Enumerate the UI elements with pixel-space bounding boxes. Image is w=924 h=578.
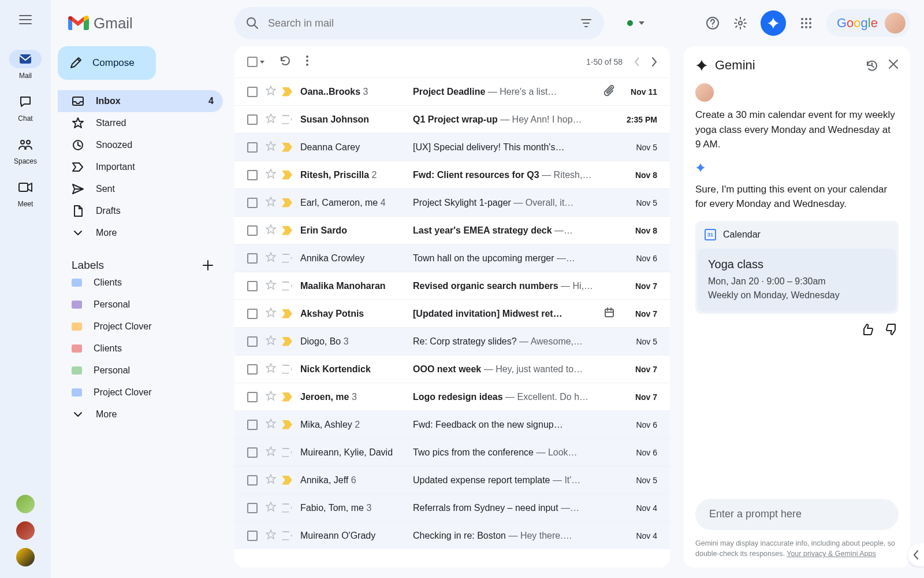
rail-app-meet[interactable]: Meet <box>9 178 42 208</box>
nav-more[interactable]: More <box>58 222 223 244</box>
nav-important[interactable]: Important <box>58 156 223 178</box>
status-indicator[interactable] <box>627 20 633 26</box>
star-icon[interactable] <box>266 113 276 126</box>
row-checkbox[interactable] <box>247 170 258 180</box>
mail-row[interactable]: Mika, Ashley 2Fwd: Feedback on the new s… <box>234 410 670 438</box>
label-item[interactable]: Clients <box>58 272 223 294</box>
row-checkbox[interactable] <box>247 253 258 264</box>
mail-row[interactable]: Maalika ManoharanRevised organic search … <box>234 272 670 299</box>
nav-inbox[interactable]: Inbox4 <box>58 90 223 112</box>
calendar-card[interactable]: Calendar Yoga class Mon, Jan 20 · 9:00 –… <box>695 221 899 314</box>
star-icon[interactable] <box>266 363 276 376</box>
star-icon[interactable] <box>266 335 276 348</box>
mail-row[interactable]: Akshay Potnis[Updated invitation] Midwes… <box>234 299 670 327</box>
star-icon[interactable] <box>266 169 276 181</box>
importance-marker[interactable] <box>282 476 292 485</box>
account-chip[interactable]: Google <box>826 9 910 37</box>
row-checkbox[interactable] <box>247 475 258 486</box>
rail-app-spaces[interactable]: Spaces <box>9 135 42 165</box>
row-checkbox[interactable] <box>247 364 258 375</box>
history-icon[interactable] <box>865 59 878 72</box>
mail-row[interactable]: Ritesh, Priscilla 2Fwd: Client resources… <box>234 161 670 188</box>
nav-snoozed[interactable]: Snoozed <box>58 134 223 156</box>
mail-row[interactable]: Annika CrowleyTown hall on the upcoming … <box>234 244 670 272</box>
importance-marker[interactable] <box>282 198 292 208</box>
help-icon[interactable] <box>705 16 720 31</box>
mail-row[interactable]: Susan JohnsonQ1 Project wrap-up — Hey An… <box>234 105 670 133</box>
importance-marker[interactable] <box>282 87 292 97</box>
row-checkbox[interactable] <box>247 198 258 208</box>
mail-row[interactable]: Nick KortendickOOO next week — Hey, just… <box>234 355 670 383</box>
importance-marker[interactable] <box>282 365 292 374</box>
star-icon[interactable] <box>266 418 276 431</box>
star-icon[interactable] <box>266 474 276 487</box>
importance-marker[interactable] <box>282 309 292 318</box>
label-item[interactable]: Project Clover <box>58 316 223 338</box>
search-options-icon[interactable] <box>580 17 593 29</box>
row-checkbox[interactable] <box>247 447 258 458</box>
mail-row[interactable]: Oana..Brooks 3Project Deadline — Here's … <box>234 77 670 105</box>
mail-row[interactable]: Muireann, Kylie, DavidTwo pics from the … <box>234 438 670 466</box>
star-icon[interactable] <box>266 502 276 514</box>
privacy-link[interactable]: Your privacy & Gemini Apps <box>787 550 875 558</box>
row-checkbox[interactable] <box>247 281 258 291</box>
nav-drafts[interactable]: Drafts <box>58 200 223 222</box>
importance-marker[interactable] <box>282 171 292 180</box>
rail-app-mail[interactable]: Mail <box>9 50 42 80</box>
main-menu-button[interactable] <box>12 6 39 34</box>
search-bar[interactable] <box>234 7 604 39</box>
mail-row[interactable]: Annika, Jeff 6Updated expense report tem… <box>234 466 670 494</box>
label-item[interactable]: More <box>58 403 223 425</box>
row-checkbox[interactable] <box>247 114 258 125</box>
next-page-button[interactable] <box>651 57 657 66</box>
star-icon[interactable] <box>266 446 276 459</box>
importance-marker[interactable] <box>282 420 292 429</box>
compose-button[interactable]: Compose <box>58 46 156 80</box>
mail-row[interactable]: Muireann O'GradyChecking in re: Boston —… <box>234 521 670 549</box>
apps-grid-icon[interactable] <box>799 16 814 31</box>
label-item[interactable]: Personal <box>58 360 223 381</box>
importance-marker[interactable] <box>282 254 292 263</box>
row-checkbox[interactable] <box>247 336 258 347</box>
refresh-button[interactable] <box>280 55 291 69</box>
row-checkbox[interactable] <box>247 420 258 430</box>
star-icon[interactable] <box>266 141 276 154</box>
avatar[interactable] <box>16 521 35 540</box>
gemini-button[interactable] <box>761 10 786 36</box>
star-icon[interactable] <box>266 280 276 292</box>
star-icon[interactable] <box>266 197 276 209</box>
gemini-prompt-input[interactable]: Enter a prompt here <box>695 499 899 530</box>
star-icon[interactable] <box>266 391 276 403</box>
star-icon[interactable] <box>266 529 276 542</box>
importance-marker[interactable] <box>282 503 292 513</box>
importance-marker[interactable] <box>282 143 292 152</box>
prev-page-button[interactable] <box>634 57 640 66</box>
row-checkbox[interactable] <box>247 87 258 97</box>
importance-marker[interactable] <box>282 115 292 124</box>
nav-starred[interactable]: Starred <box>58 112 223 134</box>
rail-app-chat[interactable]: Chat <box>9 92 42 123</box>
mail-row[interactable]: Erin SardoLast year's EMEA strategy deck… <box>234 216 670 244</box>
settings-icon[interactable] <box>733 16 748 31</box>
avatar[interactable] <box>16 495 35 513</box>
close-icon[interactable] <box>888 59 899 69</box>
label-item[interactable]: Personal <box>58 294 223 316</box>
status-dropdown-icon[interactable] <box>639 21 644 25</box>
side-panel-toggle[interactable] <box>908 543 924 566</box>
avatar[interactable] <box>16 548 35 566</box>
importance-marker[interactable] <box>282 226 292 235</box>
importance-marker[interactable] <box>282 337 292 346</box>
importance-marker[interactable] <box>282 448 292 457</box>
add-label-icon[interactable] <box>202 260 214 271</box>
star-icon[interactable] <box>266 307 276 320</box>
row-checkbox[interactable] <box>247 503 258 513</box>
thumbs-down-icon[interactable] <box>886 323 899 336</box>
thumbs-up-icon[interactable] <box>860 323 873 336</box>
gmail-logo[interactable]: Gmail <box>67 14 234 32</box>
importance-marker[interactable] <box>282 281 292 291</box>
star-icon[interactable] <box>266 86 276 98</box>
select-all-checkbox[interactable] <box>247 57 264 67</box>
mail-row[interactable]: Jeroen, me 3Logo redesign ideas — Excell… <box>234 383 670 410</box>
mail-row[interactable]: Diogo, Bo 3Re: Corp strategy slides? — A… <box>234 327 670 355</box>
mail-row[interactable]: Deanna Carey[UX] Special delivery! This … <box>234 133 670 161</box>
